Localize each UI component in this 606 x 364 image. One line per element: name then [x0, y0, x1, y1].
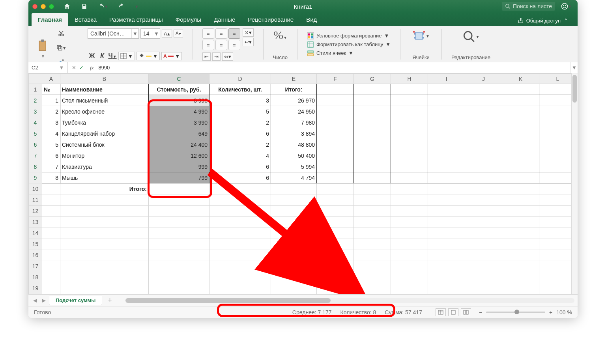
column-header-A[interactable]: A	[42, 74, 60, 84]
fx-icon[interactable]: fx	[88, 65, 96, 71]
underline-button[interactable]: Ч▼	[108, 52, 117, 60]
qat-customize-icon[interactable]: ▾	[133, 2, 140, 11]
column-header-D[interactable]: D	[209, 74, 271, 84]
tab-data[interactable]: Данные	[208, 13, 241, 26]
font-color-icon[interactable]: A▼	[161, 52, 182, 60]
column-header-I[interactable]: I	[428, 74, 465, 84]
row-header-16[interactable]: 16	[29, 250, 42, 261]
cell-styles-button[interactable]: Стили ячеек ▼	[307, 50, 391, 57]
close-window-icon[interactable]	[32, 4, 37, 9]
zoom-window-icon[interactable]	[49, 4, 54, 9]
search-input[interactable]: Поиск на листе	[502, 2, 555, 11]
spreadsheet-grid[interactable]: ABCDEFGHIJKL1№НаименованиеСтоимость, руб…	[28, 73, 578, 294]
tab-review[interactable]: Рецензирование	[241, 13, 300, 26]
row-header-5[interactable]: 5	[29, 128, 42, 139]
row-header-4[interactable]: 4	[29, 117, 42, 128]
selected-cell[interactable]: 24 400	[149, 139, 209, 150]
row-header-15[interactable]: 15	[29, 239, 42, 250]
font-name-combo[interactable]: ▼	[88, 28, 139, 39]
selected-cell[interactable]: 4 990	[149, 106, 209, 117]
align-middle-icon[interactable]: ≡	[215, 28, 227, 39]
tab-view[interactable]: Вид	[300, 13, 323, 26]
vertical-scrollbar[interactable]	[571, 73, 578, 294]
wrap-text-icon[interactable]: ↩▾	[243, 38, 254, 46]
conditional-formatting-button[interactable]: Условное форматирование ▼	[307, 32, 391, 39]
share-button[interactable]: Общий доступ ˄	[511, 15, 574, 26]
zoom-out-button[interactable]: −	[479, 309, 482, 315]
copy-icon[interactable]: ▾	[54, 43, 68, 53]
row-header-6[interactable]: 6	[29, 139, 42, 150]
save-icon[interactable]	[79, 2, 90, 11]
row-header-2[interactable]: 2	[29, 95, 42, 106]
font-size-combo[interactable]: ▼	[140, 28, 160, 39]
feedback-icon[interactable]: ▾	[558, 1, 574, 12]
add-sheet-button[interactable]: +	[104, 295, 116, 306]
view-page-layout-icon[interactable]	[448, 308, 458, 316]
borders-icon[interactable]: ▼	[118, 52, 135, 60]
orientation-icon[interactable]: ⤭▾	[243, 28, 254, 37]
selected-cell[interactable]: 999	[149, 161, 209, 172]
cancel-formula-icon[interactable]: ✕	[72, 65, 76, 71]
row-header-19[interactable]: 19	[29, 283, 42, 294]
column-header-F[interactable]: F	[317, 74, 354, 84]
row-header-1[interactable]: 1	[29, 84, 42, 95]
align-left-icon[interactable]: ≡	[202, 40, 214, 50]
row-header-8[interactable]: 8	[29, 161, 42, 172]
align-right-icon[interactable]: ≡	[228, 40, 240, 50]
home-icon[interactable]	[61, 1, 73, 11]
row-header-7[interactable]: 7	[29, 150, 42, 161]
minimize-window-icon[interactable]	[41, 4, 46, 9]
selected-cell[interactable]: 649	[149, 128, 209, 139]
row-header-3[interactable]: 3	[29, 106, 42, 117]
cut-icon[interactable]	[54, 28, 68, 39]
redo-icon[interactable]	[116, 1, 127, 11]
undo-icon[interactable]: ▾	[95, 1, 110, 11]
sheet-tab-active[interactable]: Подсчет суммы	[49, 295, 102, 305]
selected-cell[interactable]: 12 600	[149, 150, 209, 161]
number-format-icon[interactable]: %▼	[273, 28, 287, 42]
tab-home[interactable]: Главная	[32, 13, 68, 26]
name-box[interactable]: C2▼	[28, 62, 68, 73]
format-as-table-button[interactable]: Форматировать как таблицу ▼	[307, 41, 391, 48]
fill-color-icon[interactable]: ▼	[137, 52, 160, 60]
find-icon[interactable]: ▼	[460, 28, 482, 45]
zoom-in-button[interactable]: +	[549, 309, 552, 315]
view-page-break-icon[interactable]	[461, 308, 471, 316]
italic-button[interactable]: К	[98, 52, 107, 60]
zoom-slider[interactable]	[486, 312, 545, 313]
column-header-J[interactable]: J	[465, 74, 502, 84]
align-bottom-icon[interactable]: ≡	[228, 28, 240, 39]
enter-formula-icon[interactable]: ✓	[79, 65, 84, 71]
tab-layout[interactable]: Разметка страницы	[103, 13, 169, 26]
row-header-12[interactable]: 12	[29, 205, 42, 217]
align-top-icon[interactable]: ≡	[202, 28, 214, 39]
column-header-K[interactable]: K	[502, 74, 539, 84]
select-all-corner[interactable]	[29, 74, 42, 84]
row-header-9[interactable]: 9	[29, 172, 42, 183]
indent-decrease-icon[interactable]: ⇤	[202, 52, 211, 61]
collapse-ribbon-icon[interactable]: ˄	[565, 18, 567, 24]
horizontal-scrollbar[interactable]	[125, 298, 574, 303]
row-header-14[interactable]: 14	[29, 228, 42, 239]
increase-font-icon[interactable]: A▴	[162, 30, 172, 38]
column-header-L[interactable]: L	[539, 74, 576, 84]
align-center-icon[interactable]: ≡	[215, 40, 227, 50]
column-header-H[interactable]: H	[391, 74, 428, 84]
column-header-E[interactable]: E	[271, 74, 317, 84]
bold-button[interactable]: Ж	[88, 52, 96, 60]
paste-button[interactable]	[35, 37, 51, 54]
row-header-11[interactable]: 11	[29, 194, 42, 205]
decrease-font-icon[interactable]: A▾	[174, 30, 183, 37]
sheet-nav-next-icon[interactable]: ▶	[40, 297, 47, 303]
expand-formula-icon[interactable]: ▼	[570, 62, 578, 73]
row-header-18[interactable]: 18	[29, 272, 42, 283]
column-header-G[interactable]: G	[354, 74, 391, 84]
indent-increase-icon[interactable]: ⇥	[212, 52, 221, 61]
row-header-13[interactable]: 13	[29, 217, 42, 228]
selected-cell[interactable]: 8 990	[149, 95, 209, 106]
formula-input[interactable]: 8990	[96, 65, 570, 71]
view-normal-icon[interactable]	[436, 308, 446, 316]
selected-cell[interactable]: 799	[149, 172, 209, 183]
merge-icon[interactable]: ⇔▾	[222, 52, 233, 61]
cells-icon[interactable]: ▼	[410, 28, 432, 43]
